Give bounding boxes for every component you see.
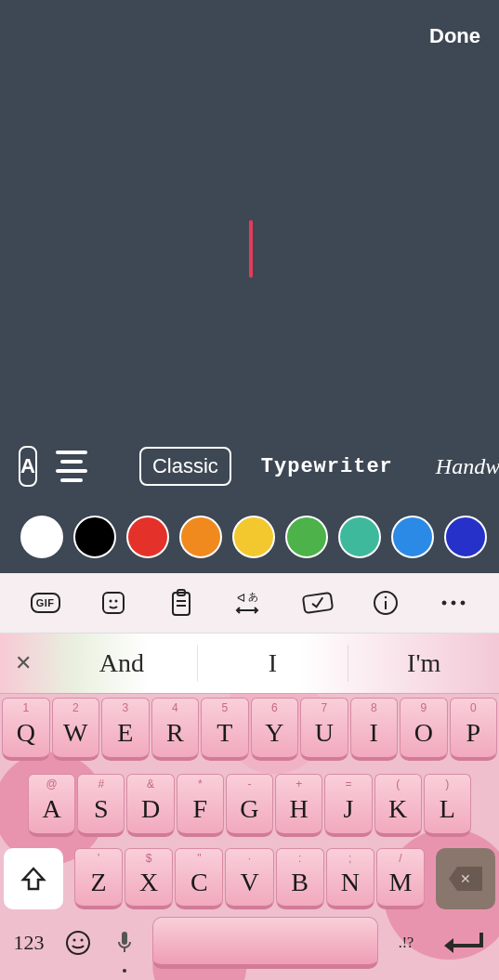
- punctuation-key[interactable]: .!?: [384, 915, 428, 971]
- gif-button[interactable]: GIF: [27, 584, 64, 621]
- key-g[interactable]: -G: [226, 774, 273, 837]
- key-e[interactable]: 3E: [101, 698, 150, 761]
- key-k[interactable]: (K: [374, 774, 422, 837]
- font-style-handwriting[interactable]: Handwri: [423, 447, 499, 487]
- svg-point-1: [109, 600, 112, 603]
- key-s[interactable]: #S: [77, 774, 125, 837]
- key-m[interactable]: /M: [376, 848, 425, 909]
- key-y[interactable]: 6Y: [251, 698, 299, 761]
- color-swatch-row: [0, 516, 499, 558]
- sticker-button[interactable]: [95, 584, 132, 621]
- svg-text:ᐊ: ᐊ: [237, 592, 245, 605]
- suggestion-bar: ✕ And I I'm: [0, 633, 499, 694]
- suggestion-3[interactable]: I'm: [348, 648, 499, 678]
- enter-key[interactable]: [430, 917, 495, 969]
- key-z[interactable]: 'Z: [74, 848, 123, 909]
- key-l[interactable]: )L: [424, 774, 471, 837]
- svg-point-15: [461, 601, 465, 605]
- mic-key[interactable]: [102, 915, 147, 971]
- svg-point-17: [73, 939, 76, 942]
- more-button[interactable]: [435, 584, 472, 621]
- svg-point-16: [67, 932, 89, 954]
- svg-point-14: [452, 601, 455, 605]
- font-style-classic[interactable]: Classic: [139, 447, 231, 486]
- key-a[interactable]: @A: [28, 774, 75, 837]
- key-i[interactable]: 8I: [350, 698, 399, 761]
- color-swatch[interactable]: [20, 516, 63, 558]
- translate-button[interactable]: ᐊあ: [230, 584, 268, 621]
- spacebar[interactable]: [152, 917, 378, 969]
- backspace-key[interactable]: ✕: [436, 848, 495, 909]
- key-q[interactable]: 1Q: [2, 698, 50, 761]
- color-swatch[interactable]: [179, 516, 222, 558]
- key-b[interactable]: :B: [276, 848, 324, 909]
- key-f[interactable]: *F: [177, 774, 224, 837]
- key-n[interactable]: ;N: [326, 848, 374, 909]
- key-o[interactable]: 9O: [400, 698, 448, 761]
- suggestion-1[interactable]: And: [46, 648, 197, 678]
- svg-point-2: [114, 600, 117, 603]
- emoji-key[interactable]: [56, 915, 100, 971]
- key-h[interactable]: +H: [275, 774, 322, 837]
- key-u[interactable]: 7U: [300, 698, 348, 761]
- color-swatch[interactable]: [444, 516, 487, 558]
- info-button[interactable]: [367, 584, 404, 621]
- svg-point-13: [442, 601, 446, 605]
- text-align-button[interactable]: [56, 446, 87, 487]
- key-x[interactable]: $X: [125, 848, 173, 909]
- keyboard-toolbar: GIF ᐊあ: [0, 573, 499, 633]
- key-p[interactable]: 0P: [450, 698, 498, 761]
- color-swatch[interactable]: [285, 516, 328, 558]
- color-swatch[interactable]: [126, 516, 169, 558]
- svg-point-18: [81, 939, 84, 942]
- color-swatch[interactable]: [73, 516, 116, 558]
- suggestion-2[interactable]: I: [198, 648, 348, 678]
- color-swatch[interactable]: [232, 516, 275, 558]
- svg-rect-19: [122, 932, 127, 945]
- keyboard-panel: GIF ᐊあ ✕ And I I'm 1Q2W3E4R5T6Y7U8I9O0P …: [0, 573, 499, 980]
- svg-rect-0: [103, 593, 124, 613]
- key-area: 1Q2W3E4R5T6Y7U8I9O0P @A#S&D*F-G+H=J(K)L …: [0, 694, 499, 980]
- text-fill-toggle[interactable]: A: [19, 446, 37, 487]
- key-t[interactable]: 5T: [201, 698, 249, 761]
- autocorrect-button[interactable]: [299, 584, 336, 621]
- shift-key[interactable]: [4, 848, 63, 909]
- text-cursor: [249, 220, 253, 278]
- text-style-toolbar: A ClassicTypewriterHandwri: [0, 445, 499, 488]
- font-style-typewriter[interactable]: Typewriter: [248, 448, 406, 486]
- key-w[interactable]: 2W: [52, 698, 100, 761]
- clipboard-button[interactable]: [163, 584, 200, 621]
- svg-rect-9: [303, 593, 333, 613]
- key-v[interactable]: ·V: [225, 848, 273, 909]
- key-d[interactable]: &D: [126, 774, 174, 837]
- color-swatch[interactable]: [391, 516, 434, 558]
- svg-point-11: [385, 596, 387, 598]
- key-r[interactable]: 4R: [151, 698, 200, 761]
- suggestion-close[interactable]: ✕: [0, 651, 46, 675]
- svg-text:あ: あ: [248, 591, 258, 602]
- font-style-list: ClassicTypewriterHandwri: [139, 447, 499, 487]
- done-button[interactable]: Done: [429, 24, 480, 48]
- numeric-key[interactable]: 123: [4, 915, 54, 971]
- key-j[interactable]: =J: [324, 774, 372, 837]
- key-c[interactable]: "C: [175, 848, 223, 909]
- color-swatch[interactable]: [338, 516, 381, 558]
